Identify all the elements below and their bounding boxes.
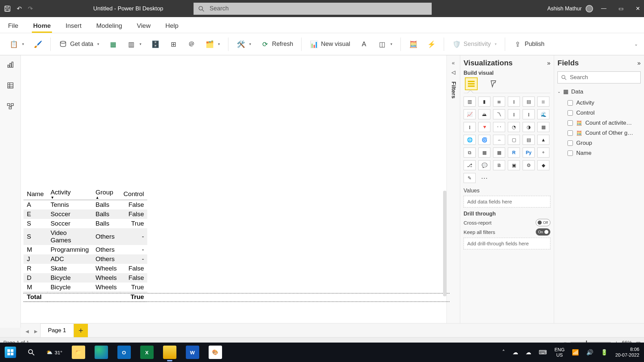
viz-type-18[interactable]: 🌐 <box>464 135 476 145</box>
table-row[interactable]: SSoccerBallsTrue <box>23 219 147 228</box>
word-app[interactable]: W <box>186 346 199 359</box>
values-field-well[interactable]: Add data fields here <box>464 196 550 207</box>
add-page-button[interactable]: + <box>74 324 88 337</box>
lang-eng[interactable]: ENG <box>554 347 565 352</box>
viz-type-34[interactable]: ⚙ <box>523 160 535 170</box>
page-tab-1[interactable]: Page 1 <box>40 323 74 337</box>
viz-type-30[interactable]: ⎇ <box>464 160 476 170</box>
onedrive-icon[interactable]: ☁ <box>513 349 518 356</box>
quick-measure-button[interactable]: ⚡ <box>424 38 439 51</box>
volume-icon[interactable]: 🔊 <box>586 349 593 356</box>
data-view-button[interactable] <box>6 81 15 90</box>
viz-type-21[interactable]: ▢ <box>508 135 520 145</box>
new-visual-button[interactable]: 📊New visual <box>306 38 354 51</box>
cloud-icon[interactable]: ☁ <box>526 349 531 356</box>
redo-icon[interactable]: ↷ <box>28 5 33 12</box>
more-visuals-button[interactable]: ◫ <box>374 38 396 51</box>
viz-type-2[interactable]: ≣ <box>493 97 505 107</box>
taskbar-clock[interactable]: 8:06 20-07-2022 <box>615 347 639 358</box>
textbox-button[interactable]: A <box>356 38 372 51</box>
viz-type-9[interactable]: ⫿ <box>508 109 520 119</box>
paint-app[interactable]: 🎨 <box>209 346 222 359</box>
expand-filters-icon[interactable]: « <box>452 60 455 66</box>
get-data-button[interactable]: Get data <box>55 38 103 51</box>
format-visual-tab[interactable] <box>488 78 500 89</box>
excel-source-button[interactable]: ▦ <box>105 38 121 51</box>
viz-type-29[interactable]: ⚬ <box>537 147 549 158</box>
tab-home[interactable]: Home <box>32 19 52 33</box>
dataverse-button[interactable]: ＠ <box>184 38 199 51</box>
viz-type-19[interactable]: 🌀 <box>478 135 490 145</box>
undo-icon[interactable]: ↶ <box>17 5 22 12</box>
format-painter-button[interactable]: 🖌️ <box>30 38 46 51</box>
viz-type-5[interactable]: ⫼ <box>537 97 549 107</box>
tab-insert[interactable]: Insert <box>64 19 83 33</box>
viz-type-12[interactable]: ⫿ <box>464 122 476 132</box>
report-view-button[interactable] <box>6 60 15 69</box>
minimize-button[interactable]: — <box>601 5 606 12</box>
viz-type-17[interactable]: ▦ <box>537 122 549 132</box>
field-checkbox[interactable] <box>568 100 573 106</box>
col-activity-header[interactable]: Activity <box>51 189 71 196</box>
drillthrough-field-well[interactable]: Add drill-through fields here <box>464 238 550 249</box>
fields-table-header[interactable]: ⌄ ▦ Data <box>557 88 641 95</box>
tab-modeling[interactable]: Modeling <box>95 19 123 33</box>
viz-type-11[interactable]: 🌊 <box>537 109 549 119</box>
more-visuals-dots[interactable]: ⋯ <box>478 173 490 183</box>
edge-app[interactable] <box>95 346 108 359</box>
windows-search-button[interactable] <box>25 347 37 358</box>
maximize-button[interactable]: ▭ <box>619 5 624 12</box>
table-row[interactable]: MProgrammingOthers- <box>23 245 147 254</box>
col-control-header[interactable]: Control <box>123 190 144 197</box>
table-visual[interactable]: Name Activity▼ Group▲ Control ATennisBal… <box>23 188 449 302</box>
viz-type-15[interactable]: ◔ <box>508 122 520 132</box>
cross-report-toggle[interactable]: Off <box>536 219 550 226</box>
viz-type-36[interactable]: ✎ <box>464 173 476 183</box>
viz-type-23[interactable]: ▲ <box>537 135 549 145</box>
viz-type-28[interactable]: Py <box>523 147 535 158</box>
transform-data-button[interactable]: 🛠️ <box>233 38 255 51</box>
save-icon[interactable] <box>4 5 11 12</box>
wifi-icon[interactable]: 📶 <box>572 349 579 356</box>
collapse-viz-icon[interactable]: » <box>547 60 550 67</box>
viz-type-13[interactable]: 🔻 <box>478 122 490 132</box>
field-checkbox[interactable] <box>568 140 573 146</box>
collapse-fields-icon[interactable]: » <box>637 60 641 67</box>
field-item[interactable]: 🧮Count of activite… <box>557 118 641 128</box>
tab-help[interactable]: Help <box>164 19 180 33</box>
viz-type-27[interactable]: R <box>508 147 520 158</box>
viz-type-31[interactable]: 💬 <box>478 160 490 170</box>
col-name-header[interactable]: Name <box>27 190 44 197</box>
start-button[interactable] <box>5 347 16 358</box>
keep-filters-toggle[interactable]: On <box>536 228 550 236</box>
battery-icon[interactable]: 🔋 <box>601 349 608 356</box>
viz-type-25[interactable]: ▦ <box>478 147 490 158</box>
viz-type-35[interactable]: ◆ <box>537 160 549 170</box>
tab-view[interactable]: View <box>136 19 152 33</box>
viz-type-7[interactable]: ⛰ <box>478 109 490 119</box>
tab-file[interactable]: File <box>7 19 20 33</box>
table-row[interactable]: DBicycleWheelsFalse <box>23 273 147 283</box>
viz-type-24[interactable]: ⧉ <box>464 147 476 158</box>
viz-type-10[interactable]: ⫿ <box>523 109 535 119</box>
powerbi-app[interactable] <box>163 346 176 359</box>
prev-page-button[interactable]: ◀ <box>23 329 32 337</box>
viz-type-8[interactable]: 〽 <box>493 109 505 119</box>
close-button[interactable]: ✕ <box>636 5 640 12</box>
model-view-button[interactable] <box>6 102 15 111</box>
viz-type-32[interactable]: 🗎 <box>493 160 505 170</box>
viz-type-26[interactable]: ▦ <box>493 147 505 158</box>
field-checkbox[interactable] <box>568 110 573 116</box>
field-item[interactable]: Control <box>557 108 641 118</box>
user-account[interactable]: Ashish Mathur <box>547 5 593 12</box>
next-page-button[interactable]: ▶ <box>32 329 40 337</box>
field-checkbox[interactable] <box>568 150 573 156</box>
keyboard-icon[interactable]: ⌨ <box>539 349 547 356</box>
build-fields-tab[interactable] <box>466 78 477 89</box>
table-row[interactable]: ATennisBallsFalse <box>23 200 147 210</box>
viz-type-14[interactable]: ᛫᛫ <box>493 122 505 132</box>
file-explorer-app[interactable]: 📁 <box>72 346 85 359</box>
excel-app[interactable]: X <box>140 346 154 359</box>
table-row[interactable]: ESoccerBallsFalse <box>23 209 147 219</box>
field-item[interactable]: Name <box>557 148 641 158</box>
